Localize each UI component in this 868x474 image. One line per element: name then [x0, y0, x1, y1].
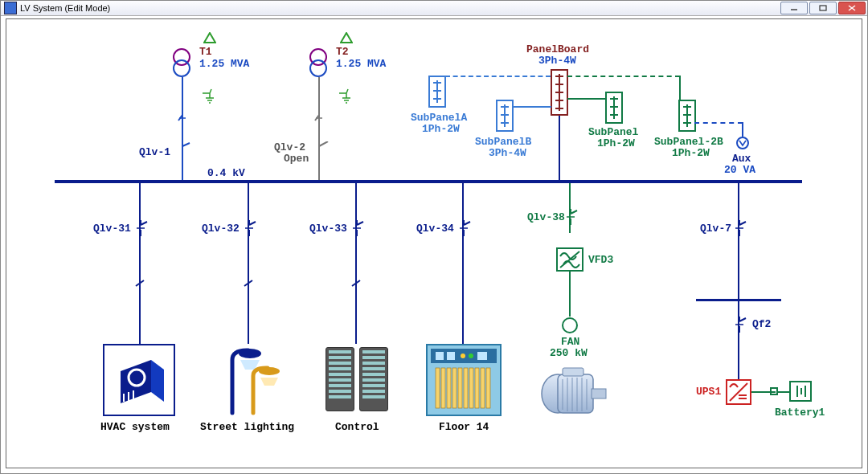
svg-rect-59 — [477, 352, 487, 360]
switch-icon[interactable] — [241, 220, 257, 236]
transformer-t2-icon[interactable] — [309, 48, 329, 77]
svg-line-44 — [357, 222, 363, 225]
server-rack-icon[interactable] — [326, 347, 354, 411]
maximize-button[interactable] — [809, 2, 837, 14]
switch-icon[interactable] — [133, 220, 149, 236]
svg-line-51 — [464, 222, 470, 225]
panelboard-icon[interactable] — [551, 69, 568, 116]
ups-icon[interactable] — [726, 379, 751, 405]
switch-open-icon[interactable] — [309, 141, 330, 156]
svg-line-39 — [244, 280, 252, 286]
app-window: LV System (Edit Mode) 0.4 kV T1 1.25 MVA — [0, 0, 868, 474]
fuse-icon — [134, 276, 145, 291]
minimize-button[interactable] — [780, 2, 808, 14]
svg-rect-78 — [592, 389, 606, 398]
wire — [567, 76, 680, 77]
subpanel-icon[interactable] — [605, 92, 623, 124]
floor14-panel-icon[interactable] — [426, 344, 502, 416]
battery-name: Battery1 — [775, 407, 825, 419]
server-rack-icon[interactable] — [359, 347, 388, 411]
qlv2-state: Open — [284, 153, 309, 165]
switch-icon[interactable] — [456, 220, 472, 236]
floor14-label: Floor 14 — [439, 421, 489, 433]
svg-rect-69 — [486, 368, 490, 408]
wire — [778, 391, 789, 393]
t2-rating: 1.25 MVA — [336, 58, 386, 70]
qlv34-label: Qlv-34 — [416, 223, 454, 235]
svg-point-57 — [461, 353, 465, 358]
svg-line-10 — [182, 143, 190, 146]
hvac-load-icon[interactable] — [103, 344, 175, 416]
svg-point-75 — [563, 318, 577, 333]
wire — [738, 301, 739, 380]
wire — [512, 106, 551, 108]
street-lighting-icon[interactable] — [208, 342, 287, 418]
switch-icon[interactable] — [349, 220, 365, 236]
motor-icon[interactable] — [540, 366, 604, 415]
aux-name: Aux — [732, 153, 751, 165]
wire — [445, 76, 551, 77]
svg-line-22 — [141, 222, 147, 225]
svg-rect-77 — [558, 374, 593, 413]
svg-rect-68 — [481, 368, 485, 408]
switch-icon[interactable] — [731, 220, 747, 236]
svg-rect-65 — [464, 368, 468, 408]
wire — [139, 183, 141, 344]
panelboard-config: 3Ph-4W — [538, 55, 576, 67]
fan-rating: 250 kW — [550, 347, 588, 359]
svg-rect-60 — [436, 368, 440, 408]
subpanel-config: 1Ph-2W — [597, 137, 635, 149]
svg-line-18 — [319, 141, 328, 146]
svg-point-41 — [239, 349, 261, 358]
app-icon — [4, 2, 17, 14]
switch-icon[interactable] — [563, 209, 579, 225]
svg-rect-56 — [447, 352, 455, 360]
close-button[interactable] — [838, 2, 866, 14]
panelboard-name: PanelBoard — [526, 43, 589, 55]
connector-icon — [770, 387, 778, 395]
battery-icon[interactable] — [789, 381, 812, 402]
aux-load-icon[interactable] — [735, 136, 750, 150]
svg-rect-79 — [563, 368, 583, 376]
svg-line-26 — [136, 280, 144, 286]
breaker-icon[interactable] — [313, 111, 325, 125]
t2-id: T2 — [336, 46, 349, 58]
subpanel-a-icon[interactable] — [428, 76, 446, 108]
svg-rect-55 — [436, 352, 444, 360]
switch-icon[interactable] — [731, 317, 747, 333]
qlv33-label: Qlv-33 — [309, 223, 347, 235]
vfd-name: VFD3 — [588, 254, 613, 266]
wire — [742, 122, 743, 137]
wire — [569, 183, 571, 233]
busbar[interactable] — [55, 180, 802, 183]
qlv38-label: Qlv-38 — [527, 211, 565, 223]
breaker-icon[interactable] — [177, 111, 188, 125]
wire — [248, 183, 249, 344]
wire — [355, 183, 357, 344]
aux-rating: 20 VA — [724, 164, 755, 176]
subpanel-b-icon[interactable] — [496, 100, 514, 132]
t1-id: T1 — [199, 46, 212, 58]
switch-icon[interactable] — [172, 141, 193, 156]
transformer-t1-icon[interactable] — [173, 48, 192, 77]
subpanel-a-name: SubPanelA — [411, 112, 467, 124]
svg-rect-61 — [441, 368, 445, 408]
ups-name: UPS1 — [696, 386, 721, 398]
vfd-icon[interactable] — [556, 247, 583, 272]
svg-marker-29 — [151, 360, 164, 402]
fan-name: FAN — [561, 336, 579, 348]
fuse-icon — [350, 276, 362, 291]
busbar-voltage: 0.4 kV — [207, 167, 245, 179]
svg-rect-62 — [447, 368, 451, 408]
fan-symbol-icon[interactable] — [561, 317, 579, 334]
t1-rating: 1.25 MVA — [199, 58, 249, 70]
titlebar[interactable]: LV System (Edit Mode) — [1, 1, 867, 16]
ground-icon — [338, 88, 354, 103]
subpanel-b-name: SubPanelB — [475, 136, 531, 148]
subpanel-2b-icon[interactable] — [678, 100, 696, 132]
subpanel-2b-config: 1Ph-2W — [672, 147, 710, 159]
delta-icon — [340, 32, 353, 43]
svg-rect-66 — [469, 368, 473, 408]
diagram-canvas[interactable]: 0.4 kV T1 1.25 MVA Qlv-1 T2 1.25 M — [6, 18, 862, 468]
svg-marker-12 — [341, 33, 352, 43]
